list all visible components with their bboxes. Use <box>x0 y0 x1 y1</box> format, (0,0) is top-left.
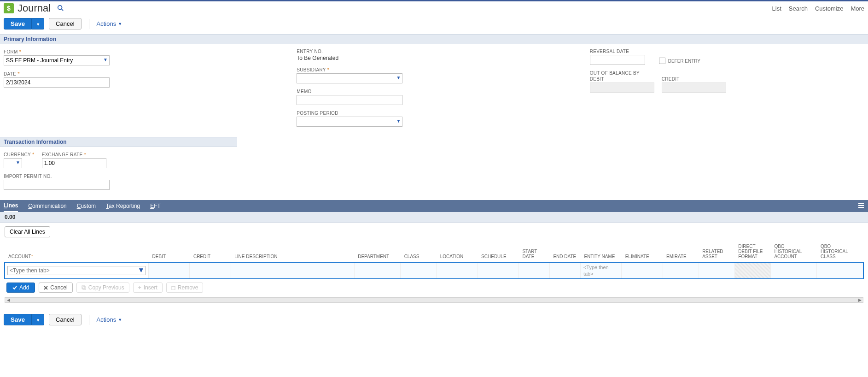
related-cell[interactable] <box>699 262 734 279</box>
table-row[interactable]: ⯆ <Type then tab> <box>5 262 863 279</box>
copy-icon <box>82 285 86 290</box>
date-label: DATE <box>4 71 16 77</box>
oob-label: OUT OF BALANCE BY <box>590 71 640 76</box>
emirate-cell[interactable] <box>663 262 699 279</box>
posting-label: POSTING PERIOD <box>297 111 338 116</box>
qboha-cell[interactable] <box>770 262 816 279</box>
lines-total: 0.00 <box>0 212 868 223</box>
table-header-row: ACCOUNT* DEBIT CREDIT LINE DESCRIPTION D… <box>5 241 863 262</box>
posting-select[interactable] <box>297 117 402 127</box>
required-icon: * <box>84 152 86 157</box>
scroll-right-icon[interactable]: ▶ <box>856 298 863 302</box>
trash-icon <box>171 285 175 290</box>
required-icon: * <box>19 49 22 54</box>
actions-menu[interactable]: Actions ▼ <box>97 20 122 27</box>
debit-readonly <box>590 82 654 93</box>
credit-cell[interactable] <box>190 262 231 279</box>
debit-cell[interactable] <box>149 262 190 279</box>
save-dropdown-icon-bottom[interactable]: ▼ <box>32 314 44 325</box>
exrate-input[interactable] <box>42 158 106 168</box>
reversal-label: REVERSAL DATE <box>590 49 629 54</box>
copy-previous-button[interactable]: Copy Previous <box>76 283 129 293</box>
actions-menu-bottom[interactable]: Actions ▼ <box>97 316 122 323</box>
check-icon <box>12 285 17 290</box>
memo-input[interactable] <box>297 95 402 105</box>
add-line-button[interactable]: Add <box>6 283 35 293</box>
tab-communication[interactable]: Communication <box>28 200 66 212</box>
defer-entry-checkbox[interactable] <box>659 58 665 64</box>
save-split-button[interactable]: Save ▼ <box>4 18 44 29</box>
save-button-bottom[interactable]: Save <box>4 314 32 325</box>
currency-label: CURRENCY <box>4 152 31 157</box>
reversal-date-input[interactable] <box>590 55 645 65</box>
save-split-button-bottom[interactable]: Save ▼ <box>4 314 44 325</box>
required-icon: * <box>327 67 330 72</box>
col-class: CLASS <box>401 241 437 262</box>
save-button[interactable]: Save <box>4 18 32 29</box>
startdate-cell[interactable] <box>518 262 549 279</box>
dropdown-icon[interactable]: ⯆ <box>139 267 144 273</box>
col-credit: CREDIT <box>190 241 231 262</box>
plus-icon: + <box>138 284 141 291</box>
enddate-cell[interactable] <box>549 262 580 279</box>
cancel-line-button[interactable]: Cancel <box>39 283 72 293</box>
col-qboha: QBO HISTORICAL ACCOUNT <box>770 241 816 262</box>
scroll-left-icon[interactable]: ◀ <box>5 298 12 302</box>
form-select[interactable] <box>4 55 110 65</box>
tab-eft[interactable]: EFT <box>150 200 161 212</box>
divider <box>89 19 89 29</box>
subsidiary-select[interactable] <box>297 73 402 83</box>
section-primary: Primary Information <box>0 34 868 44</box>
col-related: RELATED ASSET <box>699 241 734 262</box>
search-icon[interactable] <box>57 5 64 12</box>
tab-tax-reporting[interactable]: Tax Reporting <box>106 200 140 212</box>
class-cell[interactable] <box>401 262 437 279</box>
import-input[interactable] <box>4 180 110 190</box>
svg-line-1 <box>62 9 64 11</box>
col-eliminate: ELIMINATE <box>622 241 663 262</box>
chevron-down-icon: ▼ <box>118 318 122 322</box>
entity-cell[interactable]: <Type then tab> <box>580 262 621 279</box>
subsidiary-label: SUBSIDIARY <box>297 67 326 72</box>
ddff-cell[interactable] <box>734 262 770 279</box>
col-location: LOCATION <box>437 241 478 262</box>
close-icon <box>44 286 48 290</box>
eliminate-cell[interactable] <box>622 262 663 279</box>
horizontal-scrollbar[interactable]: ◀ ▶ <box>5 297 863 303</box>
col-enddate: END DATE <box>549 241 580 262</box>
qbohc-cell[interactable] <box>817 262 863 279</box>
actions-label: Actions <box>97 20 117 27</box>
linedesc-cell[interactable] <box>231 262 354 279</box>
tab-custom[interactable]: Custom <box>77 200 96 212</box>
clear-all-lines-button[interactable]: Clear All Lines <box>5 226 50 237</box>
defer-label: DEFER ENTRY <box>668 59 700 64</box>
col-account: ACCOUNT <box>8 254 31 259</box>
dept-cell[interactable] <box>354 262 400 279</box>
location-cell[interactable] <box>437 262 478 279</box>
remove-button[interactable]: Remove <box>166 283 204 293</box>
currency-select[interactable] <box>4 158 22 168</box>
col-linedesc: LINE DESCRIPTION <box>231 241 354 262</box>
cancel-button[interactable]: Cancel <box>49 18 81 29</box>
journal-module-icon: $ <box>4 3 14 13</box>
section-transaction: Transaction Information <box>0 137 237 147</box>
required-icon: * <box>17 71 20 77</box>
col-emirate: EMIRATE <box>663 241 699 262</box>
tab-lines[interactable]: Lines <box>4 200 18 212</box>
tab-menu-icon[interactable] <box>858 203 864 210</box>
insert-button[interactable]: + Insert <box>133 283 163 293</box>
date-input[interactable] <box>4 77 110 88</box>
svg-rect-9 <box>172 287 175 290</box>
schedule-cell[interactable] <box>478 262 518 279</box>
account-cell-input[interactable] <box>7 266 146 275</box>
header-link-customize[interactable]: Customize <box>815 5 843 12</box>
header-link-more[interactable]: More <box>851 5 864 12</box>
col-qbohc: QBO HISTORICAL CLASS <box>817 241 863 262</box>
cancel-button-bottom[interactable]: Cancel <box>49 314 81 325</box>
lines-table: ACCOUNT* DEBIT CREDIT LINE DESCRIPTION D… <box>5 241 863 279</box>
header-link-search[interactable]: Search <box>789 5 808 12</box>
save-dropdown-icon[interactable]: ▼ <box>32 18 44 29</box>
header-link-list[interactable]: List <box>772 5 781 12</box>
col-entity: ENTITY NAME <box>580 241 621 262</box>
col-startdate: START DATE <box>518 241 549 262</box>
